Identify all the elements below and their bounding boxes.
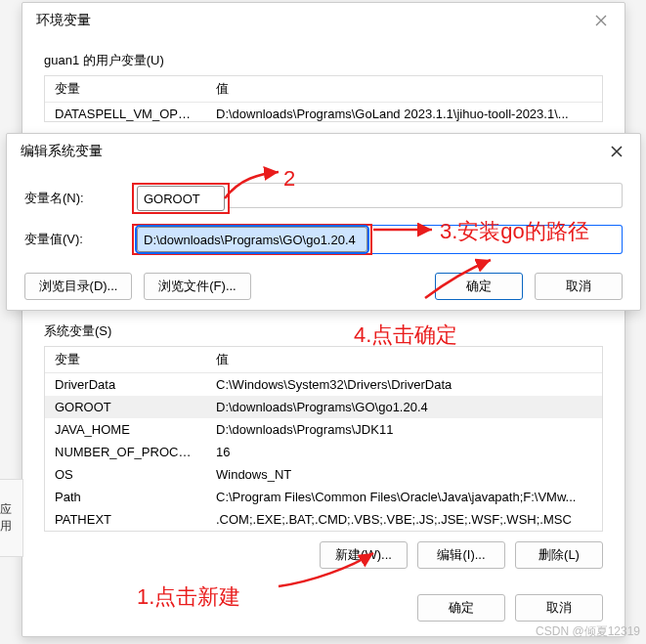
sys-vars-buttons: 新建(W)... 编辑(I)... 删除(L) xyxy=(44,541,603,569)
env-title: 环境变量 xyxy=(36,12,91,29)
edit-title-bar: 编辑系统变量 xyxy=(7,134,640,169)
ok-button[interactable]: 确定 xyxy=(435,273,523,300)
edit-button[interactable]: 编辑(I)... xyxy=(417,541,505,569)
col-header-name[interactable]: 变量 xyxy=(45,347,206,372)
close-icon[interactable] xyxy=(587,9,615,32)
col-header-value[interactable]: 值 xyxy=(206,347,602,372)
watermark: CSDN @倾夏12319 xyxy=(536,623,640,640)
browse-file-button[interactable]: 浏览文件(F)... xyxy=(144,273,251,300)
edit-buttons: 浏览目录(D)... 浏览文件(F)... 确定 取消 xyxy=(24,273,623,300)
table-row[interactable]: JAVA_HOMED:\downloads\Programs\JDK11 xyxy=(45,418,602,441)
var-value-label: 变量值(V): xyxy=(24,231,132,248)
col-header-name[interactable]: 变量 xyxy=(45,76,206,102)
var-name-label: 变量名(N): xyxy=(24,190,132,207)
env-vars-window: 环境变量 guan1 的用户变量(U) 变量 值 DATASPELL_VM_OP… xyxy=(22,2,625,637)
user-vars-table[interactable]: 变量 值 DATASPELL_VM_OPTIONS D:\downloads\P… xyxy=(44,75,603,122)
var-value-row: 变量值(V): xyxy=(24,224,623,255)
close-icon[interactable] xyxy=(603,140,630,163)
table-row[interactable]: DATASPELL_VM_OPTIONS D:\downloads\Progra… xyxy=(45,103,602,125)
dialog-buttons: 确定 取消 xyxy=(44,594,603,622)
var-value-input-ext[interactable] xyxy=(372,225,623,254)
cancel-button[interactable]: 取消 xyxy=(535,273,623,300)
user-vars-label: guan1 的用户变量(U) xyxy=(44,52,603,69)
var-name-input-ext[interactable] xyxy=(230,183,623,208)
env-title-bar: 环境变量 xyxy=(22,3,624,38)
browse-dir-button[interactable]: 浏览目录(D)... xyxy=(24,273,132,300)
edit-var-window: 编辑系统变量 变量名(N): 变量值(V): 浏览目录(D)... 浏览文件(F… xyxy=(6,133,641,311)
left-tab[interactable]: 应用 xyxy=(0,479,23,557)
edit-title: 编辑系统变量 xyxy=(21,143,103,160)
sys-vars-table[interactable]: 变量 值 DriverDataC:\Windows\System32\Drive… xyxy=(44,346,603,532)
var-name-row: 变量名(N): xyxy=(24,183,623,214)
ok-button[interactable]: 确定 xyxy=(417,594,505,622)
col-header-value[interactable]: 值 xyxy=(206,76,602,102)
var-value-input[interactable] xyxy=(137,227,367,252)
table-row[interactable]: DriverDataC:\Windows\System32\Drivers\Dr… xyxy=(45,373,602,396)
delete-button[interactable]: 删除(L) xyxy=(515,541,603,569)
table-row[interactable]: NUMBER_OF_PROCESSORS16 xyxy=(45,441,602,463)
table-row[interactable]: OSWindows_NT xyxy=(45,463,602,486)
var-name-input[interactable] xyxy=(137,186,225,211)
cancel-button[interactable]: 取消 xyxy=(515,594,603,622)
new-button[interactable]: 新建(W)... xyxy=(320,541,408,569)
table-row[interactable]: PathC:\Program Files\Common Files\Oracle… xyxy=(45,486,602,508)
table-row[interactable]: GOROOTD:\downloads\Programs\GO\go1.20.4 xyxy=(45,396,602,418)
table-row[interactable]: PATHEXT.COM;.EXE;.BAT;.CMD;.VBS;.VBE;.JS… xyxy=(45,508,602,531)
sys-vars-label: 系统变量(S) xyxy=(44,322,603,340)
